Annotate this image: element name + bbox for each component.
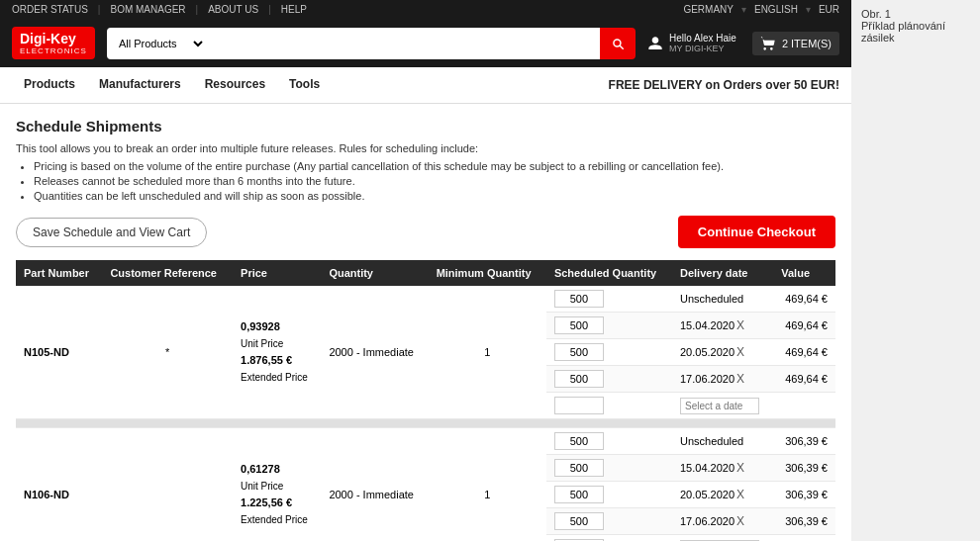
- cell-sched-qty[interactable]: [546, 482, 672, 508]
- account-sub: MY DIGI-KEY: [669, 44, 736, 53]
- delivery-date-label: 15.04.2020: [680, 319, 735, 331]
- nav-promo: FREE DELIVERY on Orders over 50 EUR!: [609, 68, 839, 102]
- table-row: N106-ND0,61278Unit Price1.225,56 €Extend…: [16, 428, 835, 455]
- remove-date-button[interactable]: X: [735, 514, 746, 528]
- currency-select[interactable]: EUR: [819, 4, 839, 15]
- qty-input[interactable]: [554, 343, 604, 361]
- cart-area[interactable]: 2 ITEM(S): [752, 32, 839, 55]
- col-value: Value: [773, 260, 835, 286]
- qty-input[interactable]: [554, 432, 604, 450]
- new-qty-input[interactable]: [554, 397, 604, 414]
- cell-sched-qty[interactable]: [546, 313, 672, 339]
- cell-value: 306,39 €: [773, 455, 835, 482]
- cell-sched-qty[interactable]: [546, 286, 672, 313]
- qty-input[interactable]: [554, 370, 604, 388]
- search-category-select[interactable]: All Products: [107, 28, 206, 59]
- nav-tools[interactable]: Tools: [277, 67, 332, 103]
- language-select[interactable]: ENGLISH: [754, 4, 798, 15]
- col-sched-qty: Scheduled Quantity: [546, 260, 672, 286]
- cell-sched-qty[interactable]: [546, 366, 672, 393]
- cell-value: 469,64 €: [773, 339, 835, 366]
- rule-3: Quantities can be left unscheduled and w…: [34, 190, 835, 202]
- page-title: Schedule Shipments: [16, 118, 835, 135]
- navigation: Products Manufacturers Resources Tools F…: [0, 67, 851, 104]
- qty-input[interactable]: [554, 459, 604, 477]
- cell-sched-qty[interactable]: [546, 339, 672, 366]
- delivery-date-label: 17.06.2020: [680, 515, 735, 527]
- cart-label: 2 ITEM(S): [782, 38, 832, 49]
- col-customer-ref: Customer Reference: [102, 260, 233, 286]
- remove-date-button[interactable]: X: [735, 345, 746, 359]
- header: Digi-Key ELECTRONICS All Products Hello …: [0, 19, 851, 67]
- delivery-date-label: 15.04.2020: [680, 462, 735, 474]
- table-separator-row: [16, 419, 835, 428]
- cell-value: 469,64 €: [773, 286, 835, 313]
- nav-resources[interactable]: Resources: [193, 67, 277, 103]
- cell-delivery-date: Unscheduled: [672, 286, 773, 313]
- remove-date-button[interactable]: X: [735, 461, 746, 475]
- col-quantity: Quantity: [321, 260, 428, 286]
- cell-delivery-date: 17.06.2020X: [672, 508, 773, 535]
- nav-products[interactable]: Products: [12, 67, 87, 103]
- nav-manufacturers[interactable]: Manufacturers: [87, 67, 193, 103]
- cell-select-date[interactable]: [672, 393, 773, 419]
- top-bar-right: GERMANY ▾ ENGLISH ▾ EUR: [683, 4, 839, 15]
- search-input[interactable]: [206, 28, 600, 59]
- qty-input[interactable]: [554, 316, 604, 334]
- main-content: Schedule Shipments This tool allows you …: [0, 104, 851, 541]
- remove-date-button[interactable]: X: [735, 318, 746, 332]
- cell-part-number: N105-ND: [16, 286, 102, 419]
- cell-min-qty: 1: [429, 428, 546, 542]
- rule-1: Pricing is based on the volume of the en…: [34, 160, 835, 172]
- cell-select-date[interactable]: [672, 535, 773, 542]
- cell-new-qty[interactable]: [546, 535, 672, 542]
- search-area: All Products: [107, 28, 636, 59]
- qty-input[interactable]: [554, 486, 604, 503]
- top-bar-links[interactable]: ORDER STATUS | BOM MANAGER | ABOUT US | …: [12, 4, 307, 15]
- search-button[interactable]: [600, 28, 636, 59]
- table-row: N105-ND*0,93928Unit Price1.876,55 €Exten…: [16, 286, 835, 313]
- cell-sched-qty[interactable]: [546, 455, 672, 482]
- logo[interactable]: Digi-Key ELECTRONICS: [12, 27, 95, 59]
- cell-delivery-date: Unscheduled: [672, 428, 773, 455]
- country-select[interactable]: GERMANY: [683, 4, 734, 15]
- cell-price: 0,93928Unit Price1.876,55 €Extended Pric…: [233, 286, 321, 419]
- cell-price: 0,61278Unit Price1.225,56 €Extended Pric…: [233, 428, 321, 542]
- cell-sched-qty[interactable]: [546, 508, 672, 535]
- annotation: Obr. 1 Příklad plánování zásilek: [861, 0, 980, 541]
- cell-quantity: 2000 - Immediate: [321, 286, 428, 419]
- save-schedule-button-top[interactable]: Save Schedule and View Cart: [16, 218, 207, 247]
- nav-order-status[interactable]: ORDER STATUS: [12, 4, 88, 15]
- continue-checkout-button-top[interactable]: Continue Checkout: [678, 216, 835, 248]
- delivery-date-label: 20.05.2020: [680, 489, 735, 500]
- cell-new-qty[interactable]: [546, 393, 672, 419]
- nav-help[interactable]: HELP: [281, 4, 307, 15]
- cell-value: 469,64 €: [773, 313, 835, 339]
- cell-min-qty: 1: [429, 286, 546, 419]
- nav-about-us[interactable]: ABOUT US: [208, 4, 258, 15]
- cell-delivery-date: 20.05.2020X: [672, 482, 773, 508]
- date-picker-input[interactable]: [680, 398, 759, 414]
- remove-date-button[interactable]: X: [735, 488, 746, 501]
- cart-icon: [760, 36, 776, 51]
- search-icon: [611, 37, 625, 50]
- cell-sched-qty[interactable]: [546, 428, 672, 455]
- action-row-top: Save Schedule and View Cart Continue Che…: [16, 216, 835, 248]
- cell-value: 306,39 €: [773, 482, 835, 508]
- nav-bom-manager[interactable]: BOM MANAGER: [110, 4, 185, 15]
- cell-value: 469,64 €: [773, 366, 835, 393]
- logo-sub: ELECTRONICS: [20, 46, 87, 55]
- qty-input[interactable]: [554, 512, 604, 530]
- cell-quantity: 2000 - Immediate: [321, 428, 428, 542]
- rule-2: Releases cannot be scheduled more than 6…: [34, 175, 835, 187]
- account-area[interactable]: Hello Alex Haie MY DIGI-KEY: [647, 33, 736, 53]
- delivery-date-label: Unscheduled: [680, 435, 743, 447]
- cell-new-value: [773, 393, 835, 419]
- logo-text: Digi-Key: [20, 31, 87, 46]
- table-header-row: Part Number Customer Reference Price Qua…: [16, 260, 835, 286]
- cell-value: 306,39 €: [773, 428, 835, 455]
- remove-date-button[interactable]: X: [735, 372, 746, 386]
- qty-input[interactable]: [554, 290, 604, 308]
- account-icon: [647, 36, 663, 51]
- cell-customer-ref: [102, 428, 233, 542]
